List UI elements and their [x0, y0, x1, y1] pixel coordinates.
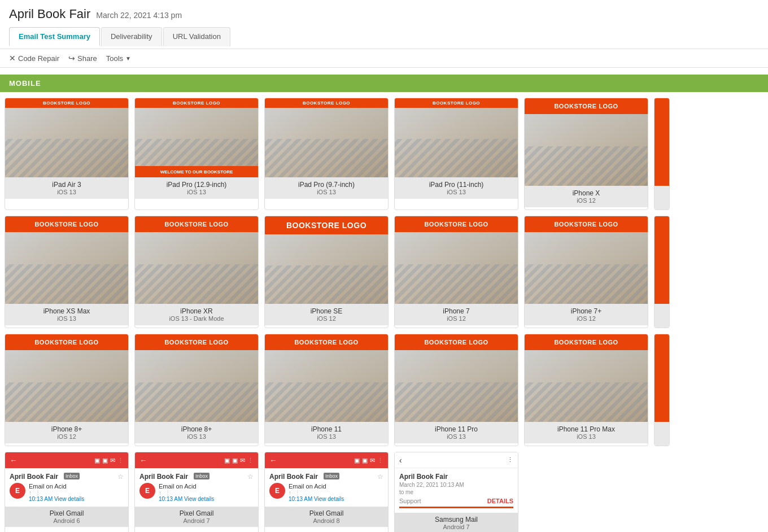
tab-bar: Email Test Summary Deliverability URL Va… — [9, 27, 759, 46]
android-top-bar: ← ▣ ▣ ✉ ⋮ — [5, 452, 128, 468]
android-card[interactable]: ← ▣ ▣ ✉ ⋮ April Book Fair Inbox ☆ E Em — [5, 452, 129, 532]
device-card[interactable]: BOOKSTORE LOGO iPhone 11 Pro iOS 13 — [394, 334, 518, 446]
device-card[interactable]: BOOKSTORE LOGO iPhone 7+ iOS 12 — [524, 216, 648, 328]
avatar: E — [269, 483, 285, 499]
card-info: iPad Pro (12.9-inch) iOS 13 — [135, 177, 258, 199]
delete-icon: ▣ — [362, 457, 368, 464]
wrench-icon: ✕ — [9, 54, 16, 63]
tools-button[interactable]: Tools ▼ — [106, 54, 131, 63]
card-info: iPad Air 3 iOS 13 — [5, 177, 128, 199]
card-info: iPad Pro (11-inch) iOS 13 — [395, 177, 518, 199]
android-content: April Book Fair Inbox ☆ E Email on Acid … — [265, 468, 388, 507]
archive-icon: ▣ — [224, 457, 230, 464]
samsung-footer: Samsung Mail Android 7 — [395, 513, 518, 532]
delete-icon: ▣ — [232, 457, 238, 464]
android-card[interactable]: ← ▣ ▣ ✉ ⋮ April Book Fair Inbox ☆ E Em — [134, 452, 259, 532]
device-grid: BOOKSTORE LOGO iPad Air 3 iOS 13 BOOKSTO… — [0, 98, 768, 532]
samsung-card[interactable]: ‹ ⋮ April Book Fair March 22, 2021 10:13… — [394, 452, 518, 532]
device-card[interactable]: BOOKSTORE LOGO iPhone 11 Pro Max iOS 13 — [524, 334, 648, 446]
mail-icon: ✉ — [240, 457, 245, 464]
partial-card — [654, 98, 670, 210]
top-icons: ▣ ▣ ✉ ⋮ — [224, 457, 254, 464]
code-repair-button[interactable]: ✕ Code Repair — [9, 54, 59, 63]
device-card[interactable]: BOOKSTORE LOGO iPhone X iOS 12 — [524, 98, 648, 210]
device-card[interactable]: BOOKSTORE LOGO iPhone 7 iOS 12 — [394, 216, 518, 328]
grid-row-3: ← ▣ ▣ ✉ ⋮ April Book Fair Inbox ☆ E Em — [5, 452, 763, 532]
samsung-top-bar: ‹ ⋮ — [395, 452, 518, 468]
card-info: iPhone XS Max iOS 13 — [5, 304, 128, 325]
star-icon: ☆ — [117, 473, 124, 481]
top-icons: ▣ ▣ ✉ ⋮ — [354, 457, 383, 464]
star-icon: ☆ — [377, 473, 383, 481]
card-info: iPhone X iOS 12 — [525, 186, 648, 207]
chevron-down-icon: ▼ — [125, 55, 131, 62]
email-meta: Email on Acid ↑ ⋮ 10:13 AM View details — [159, 483, 214, 502]
android-content: April Book Fair Inbox ☆ E Email on Acid … — [5, 468, 128, 507]
back-icon: ‹ — [399, 456, 402, 465]
device-card[interactable]: BOOKSTORE LOGO iPhone 11 iOS 13 — [264, 334, 389, 446]
device-card[interactable]: BOOKSTORE LOGO iPhone SE iOS 12 — [264, 216, 389, 328]
grid-row-0: BOOKSTORE LOGO iPad Air 3 iOS 13 BOOKSTO… — [5, 98, 763, 210]
archive-icon: ▣ — [354, 457, 360, 464]
tab-email-test-summary[interactable]: Email Test Summary — [9, 27, 100, 46]
grid-row-1: BOOKSTORE LOGO iPhone XS Max iOS 13 BOOK… — [5, 216, 763, 328]
email-subject-row: April Book Fair Inbox ☆ — [269, 473, 383, 481]
archive-icon: ▣ — [94, 457, 100, 464]
more-icon-small: ⋮ — [295, 490, 300, 496]
forward-icon: ↑ — [29, 490, 32, 496]
card-info: iPad Pro (9.7-inch) iOS 13 — [265, 177, 388, 199]
more-icon-small: ⋮ — [165, 490, 171, 496]
device-card[interactable]: BOOKSTORE LOGO iPhone XR iOS 13 - Dark M… — [134, 216, 259, 328]
card-info: iPhone 7 iOS 12 — [395, 304, 518, 325]
samsung-support-row: Support DETAILS — [399, 498, 513, 504]
card-info: iPhone XR iOS 13 - Dark Mode — [135, 304, 258, 325]
more-icon-small: ⋮ — [35, 490, 41, 496]
mobile-section-header: MOBILE — [0, 75, 768, 92]
toolbar: ✕ Code Repair ↪ Share Tools ▼ — [0, 49, 768, 68]
card-info: iPhone 8+ iOS 12 — [5, 422, 128, 443]
device-card[interactable]: BOOKSTORE LOGO iPhone 8+ iOS 12 — [5, 334, 129, 446]
card-info: iPhone 11 iOS 13 — [265, 422, 388, 443]
forward-icon: ↑ — [159, 490, 162, 496]
partial-card — [654, 334, 670, 446]
android-content: April Book Fair Inbox ☆ E Email on Acid … — [135, 468, 258, 507]
card-info: iPhone 11 Pro iOS 13 — [395, 422, 518, 443]
top-icons: ⋮ — [507, 456, 513, 464]
tab-deliverability[interactable]: Deliverability — [101, 27, 162, 46]
avatar: E — [139, 483, 155, 499]
page-title: April Book Fair March 22, 2021 4:13 pm — [9, 7, 759, 21]
device-card[interactable]: BOOKSTORE LOGO iPad Pro (11-inch) iOS 13 — [394, 98, 518, 210]
tab-url-validation[interactable]: URL Validation — [163, 27, 230, 46]
email-subject-row: April Book Fair Inbox ☆ — [139, 473, 254, 481]
device-card[interactable]: BOOKSTORE LOGO iPhone XS Max iOS 13 — [5, 216, 129, 328]
email-meta: Email on Acid ↑ ⋮ 10:13 AM View details — [29, 483, 84, 502]
android-card[interactable]: ← ▣ ▣ ✉ ⋮ April Book Fair Inbox ☆ E Em — [264, 452, 389, 532]
more-icon: ⋮ — [117, 457, 124, 464]
card-info: iPhone SE iOS 12 — [265, 304, 388, 325]
card-info: iPhone 11 Pro Max iOS 13 — [525, 422, 648, 443]
mail-icon: ✉ — [370, 457, 375, 464]
star-icon: ☆ — [247, 473, 254, 481]
share-button[interactable]: ↪ Share — [68, 54, 97, 63]
top-icons: ▣ ▣ ✉ ⋮ — [94, 457, 124, 464]
mail-icon: ✉ — [110, 457, 115, 464]
samsung-content: April Book Fair March 22, 2021 10:13 AM … — [395, 468, 518, 513]
avatar: E — [10, 483, 25, 499]
back-icon: ← — [10, 456, 18, 465]
android-footer: Pixel Gmail Android 6 — [5, 507, 128, 527]
more-icon: ⋮ — [247, 457, 254, 464]
device-card[interactable]: BOOKSTORE LOGO WELCOME TO OUR BOOKSTORE … — [134, 98, 259, 210]
android-footer: Pixel Gmail Android 7 — [135, 507, 258, 527]
card-info: iPhone 7+ iOS 12 — [525, 304, 648, 325]
back-icon: ← — [139, 456, 147, 465]
android-footer: Pixel Gmail Android 8 — [265, 507, 388, 527]
device-card[interactable]: BOOKSTORE LOGO iPhone 8+ iOS 13 — [134, 334, 259, 446]
device-card[interactable]: BOOKSTORE LOGO iPad Air 3 iOS 13 — [5, 98, 129, 210]
page-header: April Book Fair March 22, 2021 4:13 pm E… — [0, 0, 768, 49]
more-icon: ⋮ — [377, 457, 383, 464]
forward-icon: ↑ — [289, 490, 291, 496]
android-top-bar: ← ▣ ▣ ✉ ⋮ — [135, 452, 258, 468]
back-icon: ← — [269, 456, 277, 465]
device-card[interactable]: BOOKSTORE LOGO iPad Pro (9.7-inch) iOS 1… — [264, 98, 389, 210]
partial-card — [654, 216, 670, 328]
